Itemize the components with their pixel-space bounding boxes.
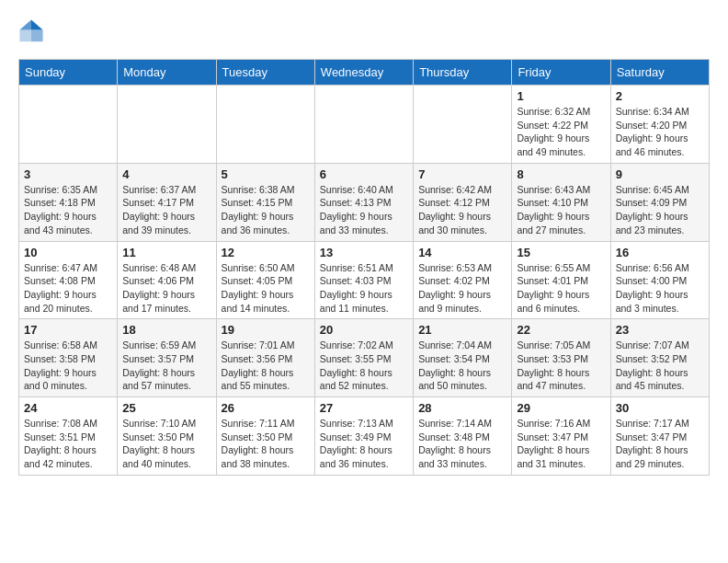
calendar-week-row: 17Sunrise: 6:58 AMSunset: 3:58 PMDayligh… bbox=[19, 319, 710, 397]
calendar-cell: 15Sunrise: 6:55 AMSunset: 4:01 PMDayligh… bbox=[512, 241, 610, 319]
day-number: 4 bbox=[122, 167, 210, 181]
calendar-cell: 20Sunrise: 7:02 AMSunset: 3:55 PMDayligh… bbox=[314, 319, 413, 397]
calendar-cell bbox=[216, 86, 314, 164]
day-number: 9 bbox=[616, 167, 704, 181]
calendar-cell bbox=[314, 86, 413, 164]
day-number: 24 bbox=[24, 401, 112, 415]
calendar-header-monday: Monday bbox=[118, 60, 216, 86]
calendar-cell: 21Sunrise: 7:04 AMSunset: 3:54 PMDayligh… bbox=[414, 319, 512, 397]
calendar-cell: 17Sunrise: 6:58 AMSunset: 3:58 PMDayligh… bbox=[19, 319, 118, 397]
calendar-cell: 29Sunrise: 7:16 AMSunset: 3:47 PMDayligh… bbox=[512, 397, 610, 476]
day-detail: Sunrise: 6:37 AMSunset: 4:17 PMDaylight:… bbox=[122, 183, 210, 237]
svg-marker-3 bbox=[19, 30, 31, 42]
day-number: 23 bbox=[616, 323, 704, 337]
day-number: 8 bbox=[517, 167, 605, 181]
day-number: 3 bbox=[24, 167, 112, 181]
day-number: 13 bbox=[320, 246, 408, 259]
day-detail: Sunrise: 6:53 AMSunset: 4:02 PMDaylight:… bbox=[418, 261, 506, 316]
calendar-cell bbox=[414, 86, 512, 164]
day-detail: Sunrise: 7:11 AMSunset: 3:50 PMDaylight:… bbox=[222, 417, 310, 471]
calendar-header-saturday: Saturday bbox=[610, 60, 709, 86]
day-number: 27 bbox=[320, 401, 408, 415]
calendar-cell: 25Sunrise: 7:10 AMSunset: 3:50 PMDayligh… bbox=[118, 397, 216, 476]
day-detail: Sunrise: 6:38 AMSunset: 4:15 PMDaylight:… bbox=[222, 183, 310, 237]
calendar-cell: 1Sunrise: 6:32 AMSunset: 4:22 PMDaylight… bbox=[512, 86, 610, 164]
day-detail: Sunrise: 6:45 AMSunset: 4:09 PMDaylight:… bbox=[616, 183, 704, 237]
calendar-cell: 28Sunrise: 7:14 AMSunset: 3:48 PMDayligh… bbox=[414, 397, 512, 476]
day-detail: Sunrise: 7:02 AMSunset: 3:55 PMDaylight:… bbox=[320, 339, 408, 393]
calendar-cell: 4Sunrise: 6:37 AMSunset: 4:17 PMDaylight… bbox=[118, 163, 216, 241]
day-number: 11 bbox=[122, 246, 210, 259]
calendar-cell: 24Sunrise: 7:08 AMSunset: 3:51 PMDayligh… bbox=[19, 397, 118, 476]
day-number: 19 bbox=[222, 323, 310, 337]
day-detail: Sunrise: 6:55 AMSunset: 4:01 PMDaylight:… bbox=[517, 261, 605, 316]
calendar-header-tuesday: Tuesday bbox=[216, 60, 314, 86]
calendar-cell: 9Sunrise: 6:45 AMSunset: 4:09 PMDaylight… bbox=[610, 163, 709, 241]
day-number: 18 bbox=[122, 323, 210, 337]
calendar-header-friday: Friday bbox=[512, 60, 610, 86]
calendar-week-row: 24Sunrise: 7:08 AMSunset: 3:51 PMDayligh… bbox=[19, 397, 710, 476]
calendar-cell: 6Sunrise: 6:40 AMSunset: 4:13 PMDaylight… bbox=[314, 163, 413, 241]
day-detail: Sunrise: 6:47 AMSunset: 4:08 PMDaylight:… bbox=[24, 261, 112, 316]
day-number: 17 bbox=[24, 323, 112, 337]
calendar-cell: 22Sunrise: 7:05 AMSunset: 3:53 PMDayligh… bbox=[512, 319, 610, 397]
calendar-cell: 7Sunrise: 6:42 AMSunset: 4:12 PMDaylight… bbox=[414, 163, 512, 241]
calendar-cell: 19Sunrise: 7:01 AMSunset: 3:56 PMDayligh… bbox=[216, 319, 314, 397]
day-detail: Sunrise: 6:58 AMSunset: 3:58 PMDaylight:… bbox=[24, 339, 112, 393]
day-number: 15 bbox=[517, 246, 605, 259]
calendar-cell: 3Sunrise: 6:35 AMSunset: 4:18 PMDaylight… bbox=[19, 163, 118, 241]
day-detail: Sunrise: 6:42 AMSunset: 4:12 PMDaylight:… bbox=[418, 183, 506, 237]
day-detail: Sunrise: 7:01 AMSunset: 3:56 PMDaylight:… bbox=[222, 339, 310, 393]
day-number: 12 bbox=[222, 246, 310, 259]
day-number: 5 bbox=[222, 167, 310, 181]
calendar-cell: 2Sunrise: 6:34 AMSunset: 4:20 PMDaylight… bbox=[610, 86, 709, 164]
day-detail: Sunrise: 7:13 AMSunset: 3:49 PMDaylight:… bbox=[320, 417, 408, 471]
day-detail: Sunrise: 7:16 AMSunset: 3:47 PMDaylight:… bbox=[517, 417, 605, 471]
logo bbox=[18, 18, 50, 44]
calendar-week-row: 1Sunrise: 6:32 AMSunset: 4:22 PMDaylight… bbox=[19, 86, 710, 164]
calendar-table: SundayMondayTuesdayWednesdayThursdayFrid… bbox=[18, 59, 710, 476]
day-detail: Sunrise: 6:59 AMSunset: 3:57 PMDaylight:… bbox=[122, 339, 210, 393]
svg-marker-1 bbox=[31, 30, 43, 42]
day-detail: Sunrise: 6:50 AMSunset: 4:05 PMDaylight:… bbox=[222, 261, 310, 316]
day-number: 20 bbox=[320, 323, 408, 337]
page-header bbox=[18, 18, 710, 44]
day-detail: Sunrise: 7:17 AMSunset: 3:47 PMDaylight:… bbox=[616, 417, 704, 471]
calendar-week-row: 3Sunrise: 6:35 AMSunset: 4:18 PMDaylight… bbox=[19, 163, 710, 241]
day-detail: Sunrise: 6:43 AMSunset: 4:10 PMDaylight:… bbox=[517, 183, 605, 237]
day-number: 25 bbox=[122, 401, 210, 415]
day-number: 26 bbox=[222, 401, 310, 415]
day-number: 1 bbox=[517, 89, 605, 103]
day-detail: Sunrise: 7:04 AMSunset: 3:54 PMDaylight:… bbox=[418, 339, 506, 393]
day-detail: Sunrise: 6:48 AMSunset: 4:06 PMDaylight:… bbox=[122, 261, 210, 316]
day-detail: Sunrise: 6:34 AMSunset: 4:20 PMDaylight:… bbox=[616, 105, 704, 159]
calendar-header-wednesday: Wednesday bbox=[314, 60, 413, 86]
day-number: 10 bbox=[24, 246, 112, 259]
calendar-cell: 27Sunrise: 7:13 AMSunset: 3:49 PMDayligh… bbox=[314, 397, 413, 476]
day-number: 22 bbox=[517, 323, 605, 337]
day-detail: Sunrise: 6:40 AMSunset: 4:13 PMDaylight:… bbox=[320, 183, 408, 237]
day-number: 28 bbox=[418, 401, 506, 415]
svg-marker-2 bbox=[19, 19, 31, 29]
day-detail: Sunrise: 6:51 AMSunset: 4:03 PMDaylight:… bbox=[320, 261, 408, 316]
calendar-cell: 12Sunrise: 6:50 AMSunset: 4:05 PMDayligh… bbox=[216, 241, 314, 319]
calendar-cell: 5Sunrise: 6:38 AMSunset: 4:15 PMDaylight… bbox=[216, 163, 314, 241]
day-number: 21 bbox=[418, 323, 506, 337]
day-detail: Sunrise: 6:35 AMSunset: 4:18 PMDaylight:… bbox=[24, 183, 112, 237]
calendar-cell: 18Sunrise: 6:59 AMSunset: 3:57 PMDayligh… bbox=[118, 319, 216, 397]
day-number: 7 bbox=[418, 167, 506, 181]
calendar-header-row: SundayMondayTuesdayWednesdayThursdayFrid… bbox=[19, 60, 710, 86]
day-detail: Sunrise: 7:05 AMSunset: 3:53 PMDaylight:… bbox=[517, 339, 605, 393]
day-number: 2 bbox=[616, 89, 704, 103]
svg-marker-0 bbox=[31, 19, 43, 29]
day-detail: Sunrise: 7:08 AMSunset: 3:51 PMDaylight:… bbox=[24, 417, 112, 471]
calendar-cell: 8Sunrise: 6:43 AMSunset: 4:10 PMDaylight… bbox=[512, 163, 610, 241]
logo-icon bbox=[18, 18, 44, 44]
day-number: 30 bbox=[616, 401, 704, 415]
day-detail: Sunrise: 7:07 AMSunset: 3:52 PMDaylight:… bbox=[616, 339, 704, 393]
day-number: 16 bbox=[616, 246, 704, 259]
calendar-header-thursday: Thursday bbox=[414, 60, 512, 86]
calendar-cell: 10Sunrise: 6:47 AMSunset: 4:08 PMDayligh… bbox=[19, 241, 118, 319]
calendar-cell: 11Sunrise: 6:48 AMSunset: 4:06 PMDayligh… bbox=[118, 241, 216, 319]
day-detail: Sunrise: 7:14 AMSunset: 3:48 PMDaylight:… bbox=[418, 417, 506, 471]
